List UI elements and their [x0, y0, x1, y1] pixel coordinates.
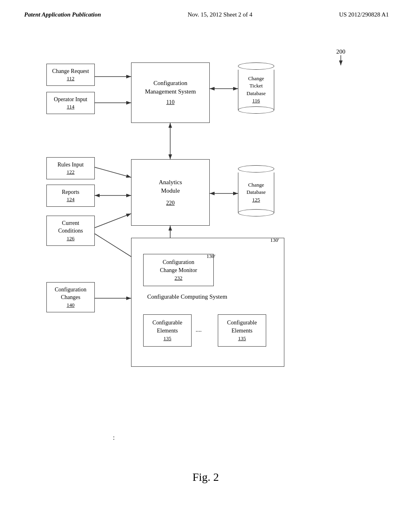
analytics-label: AnalyticsModule [159, 178, 182, 195]
header-center: Nov. 15, 2012 Sheet 2 of 4 [188, 11, 252, 18]
configurable-elements-1-label: ConfigurableElements [152, 319, 182, 335]
configurable-elements-1-box: ConfigurableElements 135 [143, 314, 192, 347]
config-mgmt-label: ConfigurationManagement System [145, 79, 196, 96]
cylinder-bottom-1 [238, 106, 274, 114]
arrow-200-icon [335, 55, 347, 67]
page: Patent Application Publication Nov. 15, … [0, 0, 413, 532]
dots-label: .... [196, 326, 202, 333]
label-200: 200 [335, 48, 347, 67]
analytics-module-box: AnalyticsModule 220 [131, 159, 210, 226]
operator-input-label: Operator Input [54, 96, 88, 104]
change-ticket-db-ref: 116 [252, 98, 260, 104]
reports-ref: 124 [67, 196, 75, 203]
colon-symbol: : [113, 434, 115, 441]
ccs-label: Configurable Computing System [147, 293, 227, 300]
reports-box: Reports 124 [46, 185, 95, 207]
config-change-monitor-label: ConfigurationChange Monitor [160, 258, 197, 274]
current-conditions-label: CurrentConditions [58, 219, 83, 235]
ref-130-prime-inner: 130' [206, 253, 215, 260]
config-mgmt-ref: 110 [166, 98, 174, 106]
change-db-label: ChangeDatabase [246, 182, 266, 195]
operator-input-ref: 114 [67, 103, 74, 110]
header: Patent Application Publication Nov. 15, … [0, 0, 413, 18]
analytics-ref: 220 [166, 199, 175, 207]
cylinder-body-2: ChangeDatabase 125 [238, 172, 274, 213]
reports-label: Reports [62, 188, 79, 196]
config-changes-ref: 140 [67, 301, 75, 309]
config-change-monitor-box: ConfigurationChange Monitor 232 [143, 254, 214, 286]
rules-input-label: Rules Input [58, 161, 84, 169]
diagram: 200 Change Request 112 Operator Input 11… [24, 40, 387, 484]
change-request-ref: 112 [67, 75, 74, 82]
current-conditions-ref: 126 [67, 235, 75, 242]
cylinder-top-1 [238, 62, 274, 70]
svg-line-10 [95, 214, 131, 228]
configurable-elements-2-ref: 135 [238, 335, 246, 342]
operator-input-box: Operator Input 114 [46, 92, 95, 114]
change-request-label: Change Request [52, 67, 89, 75]
config-mgmt-box: ConfigurationManagement System 110 [131, 62, 210, 123]
config-changes-label: ConfigurationChanges [55, 286, 87, 301]
change-request-box: Change Request 112 [46, 64, 95, 86]
ref-130-prime-outer: 130' [270, 237, 279, 243]
configurable-elements-2-box: ConfigurableElements 135 [218, 314, 266, 347]
change-db-ref: 125 [252, 197, 260, 203]
cylinder-bottom-2 [238, 209, 274, 216]
change-ticket-db-cylinder: ChangeTicketDatabase 116 [238, 62, 274, 114]
header-right: US 2012/290828 A1 [339, 11, 389, 18]
cylinder-top-2 [238, 165, 274, 172]
rules-input-ref: 122 [67, 168, 75, 176]
svg-line-7 [95, 167, 131, 177]
change-ticket-db-label: ChangeTicketDatabase [246, 75, 266, 96]
current-conditions-box: CurrentConditions 126 [46, 216, 95, 246]
cylinder-body-1: ChangeTicketDatabase 116 [238, 70, 274, 110]
configurable-elements-2-label: ConfigurableElements [227, 319, 257, 335]
rules-input-box: Rules Input 122 [46, 157, 95, 179]
config-changes-box: ConfigurationChanges 140 [46, 282, 95, 312]
config-change-monitor-ref: 232 [175, 274, 183, 282]
configurable-elements-1-ref: 135 [163, 335, 171, 342]
header-left: Patent Application Publication [24, 11, 101, 18]
fig-label: Fig. 2 [24, 471, 387, 484]
change-db-cylinder: ChangeDatabase 125 [238, 165, 274, 216]
